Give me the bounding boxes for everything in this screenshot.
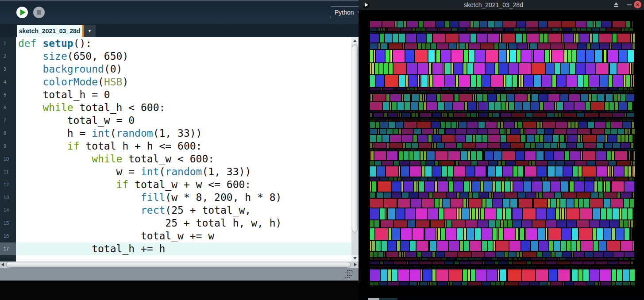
code-line[interactable]: colorMode(HSB): [16, 76, 351, 88]
code-line[interactable]: if total_h + h <= 600:: [16, 140, 351, 153]
code-line[interactable]: def setup():: [16, 37, 351, 50]
tab-dropdown-button[interactable]: ▼: [84, 25, 96, 37]
sketch-window-title: sketch_2021_03_28d: [359, 0, 629, 10]
arrow-left-icon: [1, 263, 4, 266]
scroll-up-button[interactable]: [351, 37, 359, 44]
scroll-left-button[interactable]: [0, 262, 6, 268]
vertical-scrollbar[interactable]: [351, 37, 359, 262]
code-pane[interactable]: def setup(): size(650, 650) background(0…: [16, 37, 351, 262]
message-bar: [0, 268, 359, 281]
background-window-peek: [379, 298, 397, 300]
code-line[interactable]: rect(25 + total_w,: [16, 204, 351, 217]
line-number: 12: [0, 178, 16, 191]
line-number-gutter: 1234567891011121314151617: [0, 37, 16, 262]
code-line[interactable]: total_w = 0: [16, 114, 351, 127]
scroll-down-button[interactable]: [351, 255, 359, 262]
screen: Python ▼ sketch_2021_03_28d ▼ 1234567891…: [0, 0, 644, 300]
line-number: 16: [0, 230, 16, 242]
background-window-peek: [368, 298, 379, 300]
line-number: 3: [0, 63, 16, 76]
code-line[interactable]: if total_w + w <= 600:: [16, 178, 351, 191]
stop-icon: [37, 10, 41, 15]
code-line[interactable]: background(0): [16, 63, 351, 76]
line-number: 4: [0, 76, 16, 88]
code-line[interactable]: fill(w * 8, 200, h * 8): [16, 191, 351, 204]
arrow-down-icon: [353, 257, 357, 260]
processing-ide-window: Python ▼ sketch_2021_03_28d ▼ 1234567891…: [0, 0, 359, 300]
line-number: 8: [0, 127, 16, 140]
code-line[interactable]: 25 + total_h, w, h): [16, 217, 351, 230]
line-number: 13: [0, 191, 16, 204]
line-number: 2: [0, 50, 16, 63]
code-line[interactable]: size(650, 650): [16, 50, 351, 63]
console-area: [0, 281, 359, 300]
shade-icon: [614, 2, 618, 5]
close-button[interactable]: ✕: [634, 1, 641, 8]
sketch-window-titlebar[interactable]: sketch_2021_03_28d ✕: [359, 0, 644, 10]
horizontal-scrollbar-thumb[interactable]: [6, 262, 351, 268]
code-line[interactable]: total_h = 0: [16, 88, 351, 101]
vertical-scrollbar-thumb[interactable]: [352, 45, 358, 232]
line-number: 11: [0, 165, 16, 178]
code-line[interactable]: h = int(random(1, 33)): [16, 127, 351, 140]
line-number: 17: [0, 242, 16, 255]
code-editor[interactable]: 1234567891011121314151617 def setup(): s…: [0, 37, 359, 262]
stop-button[interactable]: [33, 7, 45, 18]
arrow-up-icon: [353, 39, 357, 42]
line-number: 9: [0, 140, 16, 153]
run-button[interactable]: [16, 7, 28, 18]
shade-window-button[interactable]: [613, 2, 619, 8]
line-number: 7: [0, 114, 16, 127]
sketch-canvas: [359, 10, 644, 297]
line-number: 15: [0, 217, 16, 230]
run-icon: [20, 9, 26, 15]
mode-selector-label: Python: [335, 9, 354, 16]
line-number: 6: [0, 101, 16, 114]
arrow-right-icon: [354, 263, 357, 266]
minimize-button[interactable]: [627, 4, 632, 5]
code-line[interactable]: while total_w < 600:: [16, 153, 351, 165]
line-number: 1: [0, 37, 16, 50]
sketch-output-window: sketch_2021_03_28d ✕: [359, 0, 644, 297]
console-toggle-button[interactable]: [344, 270, 353, 279]
line-number: 14: [0, 204, 16, 217]
ide-toolbar: Python ▼: [0, 0, 359, 24]
code-line[interactable]: w = int(random(1, 33)): [16, 165, 351, 178]
code-line[interactable]: total_h += h: [16, 242, 351, 255]
tab-bar: sketch_2021_03_28d ▼: [0, 24, 359, 37]
horizontal-scrollbar[interactable]: [0, 262, 359, 268]
desktop-strip: [359, 297, 644, 300]
line-number: 10: [0, 153, 16, 165]
scroll-right-button[interactable]: [352, 262, 359, 268]
code-line[interactable]: while total_h < 600:: [16, 101, 351, 114]
code-line[interactable]: total_w += w: [16, 230, 351, 242]
line-number: 5: [0, 88, 16, 101]
tab-sketch[interactable]: sketch_2021_03_28d: [17, 25, 82, 37]
